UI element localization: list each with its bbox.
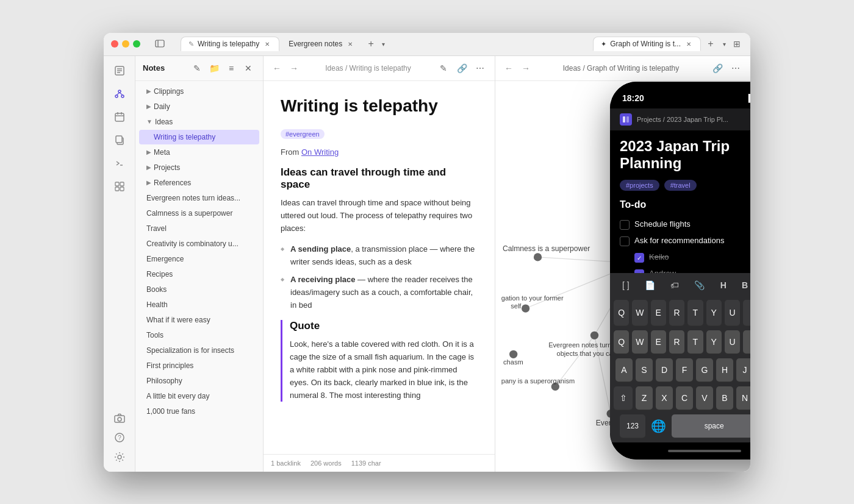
new-note-sidebar-button[interactable]: ✎: [190, 61, 204, 76]
key-e-num[interactable]: E: [651, 300, 666, 325]
sidebar-item-philosophy[interactable]: Philosophy: [139, 374, 259, 388]
forward-button[interactable]: →: [288, 62, 300, 74]
key-v[interactable]: V: [696, 386, 713, 410]
fmt-tag-button[interactable]: 🏷: [666, 278, 684, 293]
sidebar-item-tools[interactable]: Tools: [139, 328, 259, 343]
terminal-icon[interactable]: [110, 154, 129, 173]
key-a[interactable]: A: [615, 358, 633, 382]
tab-graph-view[interactable]: ✦ Graph of Writing is t... ✕: [593, 37, 701, 51]
graph-link-icon[interactable]: 🔗: [710, 61, 725, 76]
new-folder-button[interactable]: 📁: [207, 61, 221, 76]
edit-icon[interactable]: ✎: [436, 61, 451, 76]
key-q[interactable]: Q: [614, 330, 629, 353]
sidebar-item-creativity[interactable]: Creativity is combinatory u...: [139, 236, 259, 251]
shift-key[interactable]: ⇧: [614, 386, 633, 410]
link-icon[interactable]: 🔗: [454, 61, 469, 76]
key-x[interactable]: X: [656, 386, 673, 410]
tab-close-1[interactable]: ✕: [263, 40, 271, 48]
maximize-window-button[interactable]: [133, 40, 140, 48]
globe-key[interactable]: 🌐: [647, 415, 669, 437]
key-h[interactable]: H: [716, 358, 733, 382]
key-d[interactable]: D: [656, 358, 673, 382]
key-j[interactable]: J: [736, 358, 750, 382]
todo-keiko[interactable]: ✓ Keiko: [620, 249, 750, 266]
copy-icon[interactable]: [110, 130, 129, 150]
key-s[interactable]: S: [636, 358, 653, 382]
key-w[interactable]: W: [632, 330, 647, 353]
split-view-button[interactable]: ⊞: [731, 38, 743, 50]
graph-more-icon[interactable]: ⋯: [728, 61, 743, 76]
key-e[interactable]: E: [651, 330, 666, 353]
tab-close-2[interactable]: ✕: [346, 40, 354, 48]
todo-ask-recommendations[interactable]: Ask for recommendations: [620, 233, 750, 249]
key-r-num[interactable]: R: [669, 300, 684, 325]
tab-close-3[interactable]: ✕: [684, 40, 693, 48]
sidebar-item-emergence[interactable]: Emergence: [139, 252, 259, 266]
tab-writing-is-telepathy[interactable]: ✎ Writing is telepathy ✕: [181, 37, 279, 51]
graph-node-calmness[interactable]: [534, 253, 542, 261]
new-right-tab-button[interactable]: +: [703, 37, 718, 51]
graph-node-evergreen[interactable]: [590, 331, 598, 339]
tag-evergreen[interactable]: #evergreen: [281, 129, 325, 139]
sidebar-item-meta[interactable]: ▶ Meta: [139, 145, 259, 160]
key-w-num[interactable]: W: [632, 300, 647, 325]
notes-icon[interactable]: [110, 61, 129, 80]
graph-icon[interactable]: [110, 84, 129, 104]
new-tab-button[interactable]: +: [364, 37, 378, 51]
key-t[interactable]: T: [687, 330, 703, 353]
fmt-bracket-button[interactable]: [ ]: [617, 278, 634, 293]
sidebar-item-references[interactable]: ▶ References: [139, 176, 259, 190]
graph-node-navigation[interactable]: [522, 304, 529, 312]
graph-back-button[interactable]: ←: [503, 62, 515, 74]
key-c[interactable]: C: [676, 386, 693, 410]
fmt-heading-button[interactable]: H: [716, 278, 731, 293]
key-t-num[interactable]: T: [687, 300, 703, 325]
key-i-num[interactable]: I: [743, 300, 750, 325]
sidebar-item-travel[interactable]: Travel: [139, 221, 259, 236]
sidebar-toggle-icon[interactable]: [150, 34, 170, 54]
sidebar-item-writing-is-telepathy[interactable]: Writing is telepathy: [139, 130, 259, 144]
space-key[interactable]: space: [672, 414, 750, 438]
sidebar-item-clippings[interactable]: ▶ Clippings: [139, 84, 259, 99]
key-f[interactable]: F: [676, 358, 693, 382]
key-z[interactable]: Z: [636, 386, 653, 410]
todo-checkbox-2[interactable]: [620, 236, 630, 246]
fmt-bold-button[interactable]: B: [737, 278, 750, 293]
close-sidebar-button[interactable]: ✕: [241, 61, 256, 76]
key-r[interactable]: R: [669, 330, 684, 353]
sidebar-item-evergreen-notes[interactable]: Evergreen notes turn ideas...: [139, 191, 259, 205]
todo-andrew[interactable]: ✓ Andrew: [620, 266, 750, 272]
sidebar-item-books[interactable]: Books: [139, 282, 259, 297]
settings-icon[interactable]: [110, 447, 129, 467]
help-icon[interactable]: ?: [110, 428, 129, 447]
key-n[interactable]: N: [736, 386, 750, 410]
back-button[interactable]: ←: [271, 62, 283, 74]
sidebar-item-specialization[interactable]: Specialization is for insects: [139, 343, 259, 358]
tab-evergreen-notes[interactable]: Evergreen notes ✕: [281, 37, 362, 51]
key-i[interactable]: I: [743, 330, 750, 353]
sidebar-item-recipes[interactable]: Recipes: [139, 267, 259, 282]
minimize-window-button[interactable]: [122, 40, 129, 48]
sidebar-item-daily[interactable]: ▶ Daily: [139, 99, 259, 114]
tab-dropdown-button[interactable]: ▾: [379, 40, 387, 49]
close-window-button[interactable]: [111, 40, 118, 48]
sort-notes-button[interactable]: ≡: [224, 61, 239, 76]
phone-tag-travel[interactable]: #travel: [664, 180, 697, 191]
key-y-num[interactable]: Y: [706, 300, 722, 325]
sidebar-item-projects[interactable]: ▶ Projects: [139, 160, 259, 175]
phone-tag-projects[interactable]: #projects: [620, 180, 659, 191]
camera-icon[interactable]: [110, 408, 129, 428]
sidebar-item-1000-fans[interactable]: 1,000 true fans: [139, 404, 259, 419]
key-u[interactable]: U: [725, 330, 740, 353]
fmt-doc-button[interactable]: 📄: [640, 278, 660, 293]
todo-checkbox-1[interactable]: [620, 220, 630, 230]
backlinks-count[interactable]: 1 backlink: [271, 460, 301, 467]
calendar-icon[interactable]: [110, 107, 129, 127]
key-g[interactable]: G: [696, 358, 713, 382]
sidebar-item-ideas[interactable]: ▼ Ideas: [139, 115, 259, 129]
sidebar-item-what-if-easy[interactable]: What if it were easy: [139, 313, 259, 327]
sidebar-item-first-principles[interactable]: First principles: [139, 358, 259, 373]
num-key[interactable]: 123: [620, 414, 645, 438]
right-tab-dropdown-button[interactable]: ▾: [720, 40, 728, 49]
sidebar-item-health[interactable]: Health: [139, 297, 259, 312]
